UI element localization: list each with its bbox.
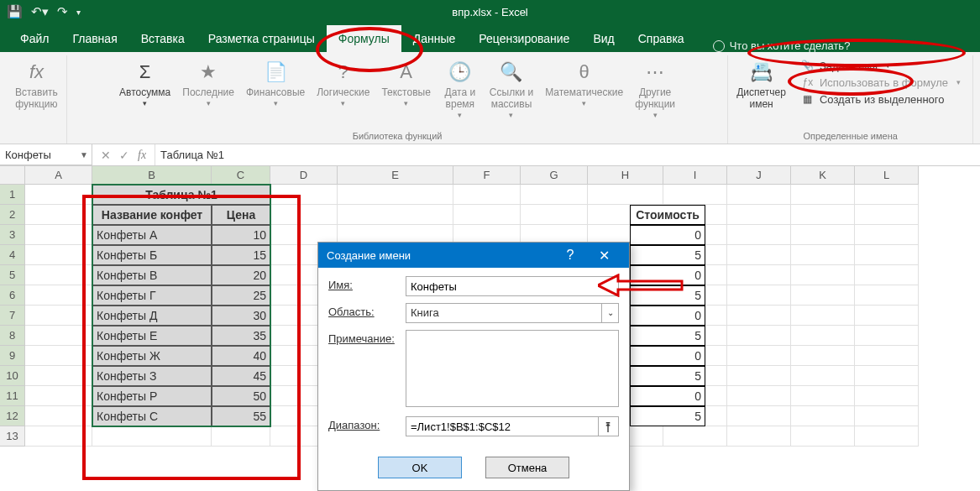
comment-textarea[interactable]	[406, 330, 619, 407]
t1-price-5[interactable]: 35	[212, 326, 270, 346]
row-header-5[interactable]: 5	[0, 265, 25, 285]
undo-icon[interactable]: ↶▾	[31, 4, 49, 19]
t2-val-2[interactable]: 0	[630, 265, 705, 285]
col-header-G[interactable]: G	[521, 166, 588, 185]
tab-insert[interactable]: Вставка	[129, 25, 197, 52]
tab-view[interactable]: Вид	[581, 25, 626, 52]
scope-dropdown-icon[interactable]: ⌄	[602, 303, 619, 323]
name-input[interactable]	[406, 276, 619, 296]
row-header-4[interactable]: 4	[0, 245, 25, 265]
ok-button[interactable]: OK	[378, 457, 462, 478]
tab-home[interactable]: Главная	[60, 25, 128, 52]
t1-name-6[interactable]: Конфеты Ж	[92, 346, 212, 366]
t1-price-2[interactable]: 20	[212, 265, 270, 285]
range-picker-button[interactable]: ⭱	[599, 416, 619, 436]
col-header-E[interactable]: E	[338, 166, 453, 185]
t2-val-8[interactable]: 0	[630, 386, 705, 406]
t1-name-7[interactable]: Конфеты З	[92, 366, 212, 386]
row-header-3[interactable]: 3	[0, 225, 25, 245]
define-name-button[interactable]: 📎Задать имя▾	[801, 59, 961, 72]
tab-review[interactable]: Рецензирование	[467, 25, 581, 52]
col-header-C[interactable]: C	[212, 166, 270, 185]
tab-file[interactable]: Файл	[8, 25, 60, 52]
math-button[interactable]: θМатематические▾	[542, 55, 626, 128]
col-header-D[interactable]: D	[270, 166, 338, 185]
financial-button[interactable]: 📄Финансовые▾	[243, 55, 308, 128]
qat-customize-icon[interactable]: ▾	[76, 8, 81, 17]
insert-function-button[interactable]: fx Вставить функцию	[12, 55, 61, 128]
autosum-button[interactable]: ΣАвтосумма▾	[116, 55, 174, 128]
use-in-formula-button[interactable]: ƒxИспользовать в формуле▾	[801, 76, 961, 89]
scope-select[interactable]: Книга	[406, 303, 602, 323]
tab-layout[interactable]: Разметка страницы	[197, 25, 327, 52]
select-all-corner[interactable]	[0, 166, 25, 185]
t1-name-9[interactable]: Конфеты С	[92, 406, 212, 426]
fx-button-icon[interactable]: fx	[138, 149, 146, 162]
col-header-A[interactable]: A	[25, 166, 92, 185]
name-box[interactable]: Конфеты ▼	[0, 144, 92, 165]
t2-val-3[interactable]: 5	[630, 285, 705, 306]
t1-name-5[interactable]: Конфеты Е	[92, 326, 212, 346]
dialog-titlebar[interactable]: Создание имени ? ✕	[318, 243, 629, 268]
row-header-9[interactable]: 9	[0, 346, 25, 366]
t1-price-0[interactable]: 10	[212, 225, 270, 245]
row-header-2[interactable]: 2	[0, 205, 25, 225]
t1-price-6[interactable]: 40	[212, 346, 270, 366]
datetime-button[interactable]: 🕒Дата и время▾	[439, 55, 481, 128]
tab-formulas[interactable]: Формулы	[327, 25, 401, 52]
t1-price-7[interactable]: 45	[212, 366, 270, 386]
name-manager-button[interactable]: 📇Диспетчер имен	[733, 55, 789, 128]
redo-icon[interactable]: ↷	[57, 4, 68, 19]
col-header-F[interactable]: F	[453, 166, 521, 185]
recent-button[interactable]: ★Последние▾	[179, 55, 238, 128]
name-box-dropdown-icon[interactable]: ▼	[80, 150, 88, 159]
row-header-10[interactable]: 10	[0, 366, 25, 386]
col-header-J[interactable]: J	[727, 166, 791, 185]
dialog-help-button[interactable]: ?	[553, 248, 587, 263]
t2-val-7[interactable]: 5	[630, 366, 705, 386]
col-header-I[interactable]: I	[663, 166, 727, 185]
t1-name-0[interactable]: Конфеты А	[92, 225, 212, 245]
enter-formula-icon[interactable]: ✓	[119, 149, 129, 162]
t1-name-2[interactable]: Конфеты В	[92, 265, 212, 285]
t1-name-4[interactable]: Конфеты Д	[92, 306, 212, 326]
tell-me[interactable]: Что вы хотите сделать?	[713, 39, 851, 52]
tab-help[interactable]: Справка	[626, 25, 696, 52]
t2-val-1[interactable]: 5	[630, 245, 705, 265]
row-header-7[interactable]: 7	[0, 306, 25, 326]
t2-val-9[interactable]: 5	[630, 406, 705, 426]
row-header-12[interactable]: 12	[0, 406, 25, 426]
t2-val-4[interactable]: 0	[630, 306, 705, 326]
row-header-6[interactable]: 6	[0, 285, 25, 306]
tab-data[interactable]: Данные	[401, 25, 468, 52]
dialog-close-button[interactable]: ✕	[587, 248, 621, 264]
row-header-1[interactable]: 1	[0, 185, 25, 205]
t2-val-5[interactable]: 5	[630, 326, 705, 346]
cancel-formula-icon[interactable]: ✕	[101, 149, 111, 162]
t1-price-3[interactable]: 25	[212, 285, 270, 306]
create-from-selection-button[interactable]: ▦Создать из выделенного	[801, 92, 961, 106]
t1-name-1[interactable]: Конфеты Б	[92, 245, 212, 265]
t1-name-8[interactable]: Конфеты Р	[92, 386, 212, 406]
t1-price-1[interactable]: 15	[212, 245, 270, 265]
t1-name-3[interactable]: Конфеты Г	[92, 285, 212, 306]
t1-price-8[interactable]: 50	[212, 386, 270, 406]
col-header-B[interactable]: B	[92, 166, 212, 185]
col-header-L[interactable]: L	[855, 166, 919, 185]
t2-val-6[interactable]: 0	[630, 346, 705, 366]
lookup-button[interactable]: 🔍Ссылки и массивы▾	[486, 55, 537, 128]
col-header-K[interactable]: K	[791, 166, 855, 185]
logical-button[interactable]: ?Логические▾	[313, 55, 373, 128]
formula-text[interactable]: Таблица №1	[155, 144, 980, 165]
cancel-button[interactable]: Отмена	[485, 457, 569, 478]
row-header-8[interactable]: 8	[0, 326, 25, 346]
t1-price-9[interactable]: 55	[212, 406, 270, 426]
text-button[interactable]: AТекстовые▾	[378, 55, 433, 128]
range-input[interactable]	[406, 416, 599, 436]
row-header-13[interactable]: 13	[0, 426, 25, 447]
more-button[interactable]: ⋯Другие функции▾	[631, 55, 679, 128]
row-header-11[interactable]: 11	[0, 386, 25, 406]
t2-val-0[interactable]: 0	[630, 225, 705, 245]
t1-price-4[interactable]: 30	[212, 306, 270, 326]
col-header-H[interactable]: H	[588, 166, 663, 185]
